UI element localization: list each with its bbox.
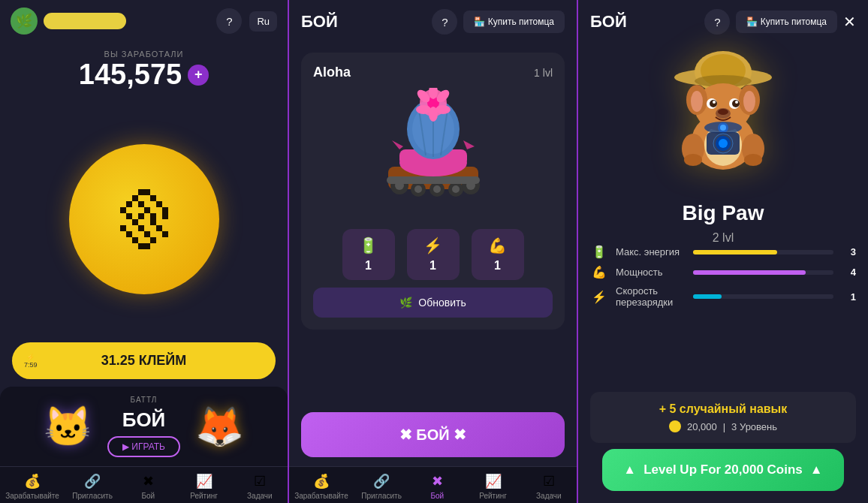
svg-point-77 bbox=[718, 109, 728, 115]
svg-point-74 bbox=[713, 101, 716, 104]
battle-pet-left-icon: 🐱 bbox=[44, 404, 92, 450]
mid-nav-earn[interactable]: 💰 Зарабатывайте bbox=[294, 473, 348, 500]
upgrade-bonus: + 5 случайный навык bbox=[601, 402, 845, 416]
attr-energy-bar bbox=[693, 250, 777, 255]
svg-rect-26 bbox=[144, 243, 150, 249]
claim-text: 31.25 КЛЕЙМ bbox=[101, 353, 187, 369]
svg-marker-45 bbox=[463, 140, 475, 149]
svg-rect-38 bbox=[387, 176, 480, 184]
right-header-right: ? 🏪 Купить питомца ✕ bbox=[704, 9, 856, 35]
fight-button[interactable]: ✖ БОЙ ✖ bbox=[301, 412, 565, 457]
mid-spacer bbox=[289, 339, 577, 403]
svg-point-35 bbox=[452, 185, 460, 193]
tasks-label: Задачи bbox=[247, 492, 273, 500]
battle-label-nav: Бой bbox=[141, 492, 155, 500]
attr-power-value: 4 bbox=[841, 267, 856, 278]
pet-image bbox=[373, 88, 493, 221]
mid-nav-battle[interactable]: ✖ Бой bbox=[414, 473, 460, 500]
nav-item-rating[interactable]: 📈 Рейтинг bbox=[182, 473, 227, 500]
right-spacer bbox=[578, 308, 868, 392]
stat-lightning-value: 1 bbox=[429, 259, 436, 273]
earned-label: ВЫ ЗАРАБОТАЛИ bbox=[0, 50, 288, 59]
mid-battle-label: Бой bbox=[430, 492, 444, 500]
svg-rect-9 bbox=[144, 207, 150, 213]
svg-point-84 bbox=[744, 154, 762, 166]
svg-rect-2 bbox=[144, 189, 150, 195]
svg-point-83 bbox=[684, 154, 702, 166]
claim-button[interactable]: ⚡ 7:59 31.25 КЛЕЙМ bbox=[12, 342, 276, 379]
update-button[interactable]: 🌿 Обновить bbox=[313, 288, 553, 318]
svg-point-75 bbox=[735, 101, 738, 104]
nav-item-invite[interactable]: 🔗 Пригласить bbox=[70, 473, 115, 500]
earned-section: ВЫ ЗАРАБОТАЛИ 145,575 + bbox=[0, 42, 288, 95]
stat-lightning-icon: ⚡ bbox=[423, 236, 442, 255]
level-up-arrow-right-icon: ▲ bbox=[810, 462, 823, 477]
update-icon: 🌿 bbox=[399, 297, 412, 309]
close-button[interactable]: ✕ bbox=[843, 13, 856, 31]
svg-point-55 bbox=[436, 105, 451, 114]
mid-tasks-icon: ☑ bbox=[543, 473, 555, 489]
nav-item-tasks[interactable]: ☑ Задачи bbox=[237, 473, 282, 500]
big-paw-icon bbox=[656, 44, 791, 179]
big-pet-level: 2 lvl bbox=[713, 231, 734, 245]
svg-rect-23 bbox=[132, 237, 138, 243]
stat-power-icon: 💪 bbox=[488, 236, 507, 255]
plus-button[interactable]: + bbox=[188, 65, 209, 86]
svg-rect-25 bbox=[138, 243, 144, 249]
attr-energy-icon: 🔋 bbox=[590, 245, 608, 259]
invite-icon: 🔗 bbox=[84, 473, 101, 489]
svg-rect-24 bbox=[150, 237, 156, 243]
stat-energy-value: 1 bbox=[365, 259, 372, 273]
svg-rect-22 bbox=[162, 231, 168, 237]
mid-content: Aloha 1 lvl bbox=[289, 44, 577, 466]
earned-amount: 145,575 + bbox=[0, 59, 288, 91]
mid-bottom-nav: 💰 Зарабатывайте 🔗 Пригласить ✖ Бой 📈 Рей… bbox=[289, 466, 577, 503]
mid-nav-rating[interactable]: 📈 Рейтинг bbox=[471, 473, 516, 500]
mid-battle-icon: ✖ bbox=[432, 473, 443, 489]
help-button[interactable]: ? bbox=[216, 8, 242, 34]
battle-icon: ✖ bbox=[143, 473, 154, 489]
tasks-icon: ☑ bbox=[254, 473, 266, 489]
svg-rect-14 bbox=[162, 213, 168, 219]
svg-point-31 bbox=[414, 185, 422, 193]
coin-spiral-icon bbox=[107, 182, 182, 257]
mid-earn-label: Зарабатывайте bbox=[294, 492, 348, 500]
attr-power-icon: 💪 bbox=[590, 265, 608, 279]
nav-item-battle[interactable]: ✖ Бой bbox=[125, 473, 170, 500]
nav-item-earn[interactable]: 💰 Зарабатывайте bbox=[5, 473, 59, 500]
mid-title: БОЙ bbox=[301, 12, 338, 32]
svg-point-69 bbox=[743, 91, 755, 112]
svg-point-57 bbox=[416, 105, 431, 114]
svg-point-87 bbox=[719, 139, 728, 148]
pet-detail: Big Paw 2 lvl bbox=[578, 44, 868, 245]
mid-buy-pet-button[interactable]: 🏪 Купить питомца bbox=[463, 11, 565, 33]
pet-name: Aloha bbox=[313, 65, 351, 80]
right-buy-pet-button[interactable]: 🏪 Купить питомца bbox=[736, 11, 837, 33]
play-button[interactable]: ▶ ИГРАТЬ bbox=[107, 436, 180, 457]
left-header: 🌿 ? Ru bbox=[0, 0, 288, 42]
avatar[interactable]: 🌿 bbox=[11, 8, 38, 35]
coin-button[interactable] bbox=[69, 144, 219, 294]
attr-recharge-bar-container bbox=[693, 294, 833, 299]
attr-recharge-label: Скорость перезарядки bbox=[616, 285, 686, 308]
mid-nav-tasks[interactable]: ☑ Задачи bbox=[526, 473, 571, 500]
mid-rating-icon: 📈 bbox=[485, 473, 502, 489]
svg-rect-3 bbox=[132, 195, 138, 201]
attr-recharge-value: 1 bbox=[841, 291, 856, 303]
stat-energy-box: 🔋 1 bbox=[342, 229, 395, 280]
header-icons: ? Ru bbox=[216, 8, 277, 34]
attr-power-row: 💪 Мощность 4 bbox=[590, 265, 856, 279]
mid-nav-invite[interactable]: 🔗 Пригласить bbox=[359, 473, 404, 500]
right-help-button[interactable]: ? bbox=[704, 9, 730, 35]
svg-rect-1 bbox=[138, 189, 144, 195]
attr-power-bar-container bbox=[693, 270, 833, 275]
svg-rect-8 bbox=[120, 207, 126, 213]
stat-lightning-box: ⚡ 1 bbox=[407, 229, 460, 280]
mid-help-button[interactable]: ? bbox=[432, 9, 457, 35]
left-bottom-nav: 💰 Зарабатывайте 🔗 Пригласить ✖ Бой 📈 Рей… bbox=[0, 466, 288, 503]
level-up-arrow-left-icon: ▲ bbox=[623, 462, 636, 477]
level-up-text: Level Up For 20,000 Coins bbox=[643, 462, 803, 477]
language-button[interactable]: Ru bbox=[249, 11, 277, 32]
username-box bbox=[44, 13, 126, 29]
level-up-button[interactable]: ▲ Level Up For 20,000 Coins ▲ bbox=[602, 449, 844, 491]
